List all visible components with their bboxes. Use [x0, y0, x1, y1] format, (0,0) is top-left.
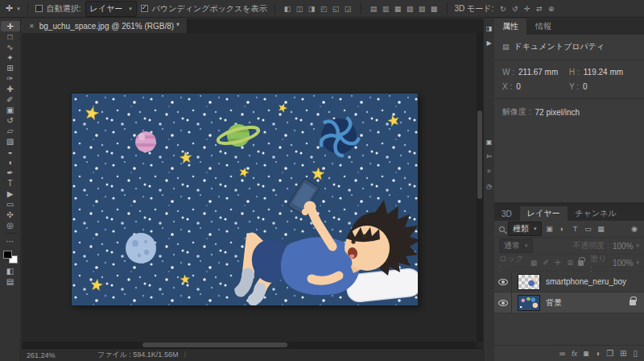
- tool-preset-caret-icon[interactable]: ▾: [17, 6, 20, 12]
- lock-position-icon[interactable]: ✛: [554, 259, 563, 267]
- trash-icon[interactable]: ▯: [633, 349, 638, 358]
- adjustment-layer-icon[interactable]: ◑: [595, 349, 600, 358]
- layer-row-smartphone-neru-boy[interactable]: smartphone_neru_boy: [494, 272, 644, 293]
- lock-artboard-icon[interactable]: ⊞: [566, 259, 575, 267]
- blend-mode-dropdown[interactable]: 通常 ▾: [499, 239, 533, 253]
- tool-shape[interactable]: ▭: [1, 199, 20, 210]
- collapsed-panel-icon-4[interactable]: ✄: [484, 153, 495, 160]
- tab-channels[interactable]: チャンネル: [568, 206, 624, 221]
- color-swatches[interactable]: [3, 251, 18, 263]
- distribute-left-icon[interactable]: ▧: [405, 5, 415, 13]
- 3d-pan-icon[interactable]: ✛: [522, 5, 532, 13]
- layer-style-icon[interactable]: fx: [572, 350, 577, 358]
- link-layers-icon[interactable]: ∞: [559, 349, 565, 358]
- screen-mode-icon[interactable]: ▤: [1, 276, 20, 287]
- filter-shape-icon[interactable]: ▭: [584, 225, 593, 233]
- collapsed-panel-icon-2[interactable]: ▶: [484, 39, 495, 47]
- distribute-top-icon[interactable]: ▤: [369, 5, 379, 13]
- tool-crop[interactable]: ⊞: [1, 63, 20, 73]
- auto-select-checkbox[interactable]: [35, 5, 43, 12]
- layer-name[interactable]: smartphone_neru_boy: [546, 277, 626, 286]
- tool-quick-select[interactable]: ✦: [1, 52, 20, 63]
- horizontal-scrollbar-thumb[interactable]: [142, 342, 287, 347]
- layer-thumbnail[interactable]: [518, 274, 540, 290]
- eye-icon[interactable]: [498, 279, 508, 285]
- close-icon[interactable]: ✕: [29, 23, 35, 30]
- filter-pixel-icon[interactable]: ▣: [545, 225, 555, 233]
- new-group-icon[interactable]: ❐: [606, 349, 613, 358]
- 3d-roll-icon[interactable]: ↺: [510, 5, 520, 13]
- status-chevron-icon[interactable]: 〉: [183, 350, 190, 360]
- canvas-artwork[interactable]: [72, 93, 418, 305]
- tab-info[interactable]: 情報: [527, 19, 559, 35]
- tool-blur[interactable]: ◒: [1, 147, 20, 157]
- lock-pixels-icon[interactable]: ✐: [542, 259, 551, 267]
- horizontal-scrollbar[interactable]: [22, 342, 477, 348]
- tab-3d[interactable]: 3D: [494, 206, 519, 221]
- zoom-level-field[interactable]: 261.24%: [27, 351, 64, 359]
- tool-type[interactable]: T: [1, 178, 20, 189]
- resolution-value[interactable]: 72 pixel/inch: [535, 108, 580, 117]
- tab-layers[interactable]: レイヤー: [520, 206, 568, 221]
- new-layer-icon[interactable]: ⊞: [620, 349, 626, 358]
- filter-type-dropdown[interactable]: 種類 ▾: [508, 222, 542, 236]
- collapsed-panel-icon-1[interactable]: ◨: [484, 25, 495, 32]
- align-center-icon[interactable]: ◫: [295, 5, 305, 13]
- tool-brush[interactable]: ✐: [1, 94, 20, 105]
- tool-dodge[interactable]: ◖: [1, 157, 20, 168]
- fill-value[interactable]: 100%: [613, 259, 634, 268]
- align-left-icon[interactable]: ◧: [283, 5, 293, 13]
- vertical-scrollbar[interactable]: [477, 33, 483, 342]
- y-value[interactable]: 0: [583, 82, 588, 91]
- 3d-rotate-icon[interactable]: ↻: [497, 5, 508, 13]
- 3d-slide-icon[interactable]: ⇄: [534, 5, 544, 13]
- distribute-middle-icon[interactable]: ▥: [381, 5, 391, 13]
- tool-path-select[interactable]: ▶: [1, 189, 20, 199]
- tool-eyedropper[interactable]: ✑: [1, 73, 20, 84]
- distribute-center-icon[interactable]: ▨: [417, 5, 427, 13]
- distribute-right-icon[interactable]: ▩: [429, 5, 440, 13]
- tool-move[interactable]: ✛: [1, 21, 20, 31]
- tool-clone-stamp[interactable]: ▣: [1, 105, 20, 115]
- collapsed-panel-icon-6[interactable]: ◷: [484, 183, 495, 190]
- tool-hand[interactable]: ✣: [1, 210, 20, 220]
- layer-thumbnail[interactable]: [518, 295, 540, 311]
- width-value[interactable]: 211.67 mm: [518, 68, 558, 77]
- filter-adjustment-icon[interactable]: ◐: [558, 225, 568, 233]
- tool-lasso[interactable]: ∿: [1, 42, 20, 52]
- filter-switch-icon[interactable]: ◉: [630, 225, 639, 233]
- align-right-icon[interactable]: ◨: [307, 5, 317, 13]
- auto-select-target-dropdown[interactable]: レイヤー ▾: [85, 1, 137, 17]
- eye-icon[interactable]: [498, 300, 508, 306]
- add-mask-icon[interactable]: ◙: [584, 349, 588, 358]
- tool-healing-brush[interactable]: ✚: [1, 84, 20, 94]
- quick-mask-icon[interactable]: ◧: [1, 266, 20, 276]
- vertical-scrollbar-thumb[interactable]: [477, 110, 482, 199]
- align-top-icon[interactable]: ◰: [319, 5, 329, 13]
- tool-eraser[interactable]: ▱: [1, 126, 20, 136]
- canvas-pasteboard[interactable]: [22, 33, 483, 348]
- edit-toolbar-icon[interactable]: ⋯: [1, 236, 20, 247]
- filter-type-layer-icon[interactable]: T: [571, 225, 580, 233]
- lock-transparency-icon[interactable]: ▦: [529, 259, 538, 267]
- visibility-cell[interactable]: [494, 272, 512, 292]
- tab-properties[interactable]: 属性: [494, 19, 526, 35]
- x-value[interactable]: 0: [516, 82, 521, 91]
- document-tab[interactable]: ✕ bg_uchu_space.jpg @ 261% (RGB/8) *: [22, 19, 188, 33]
- align-middle-icon[interactable]: ◱: [331, 5, 341, 13]
- collapsed-panel-icon-3[interactable]: ▣: [484, 139, 495, 146]
- lock-all-icon[interactable]: [578, 260, 584, 266]
- filter-smart-object-icon[interactable]: ▦: [597, 225, 606, 233]
- tool-history-brush[interactable]: ↺: [1, 115, 20, 126]
- visibility-cell[interactable]: [494, 293, 512, 313]
- height-value[interactable]: 119.24 mm: [584, 68, 623, 77]
- tool-zoom[interactable]: ◎: [1, 220, 20, 230]
- layer-row-background[interactable]: 背景: [494, 293, 644, 313]
- current-tool-icon[interactable]: ✛: [6, 3, 13, 14]
- show-bounding-box-checkbox[interactable]: [141, 5, 148, 12]
- tool-pen[interactable]: ✒: [1, 168, 20, 178]
- tool-gradient[interactable]: ▨: [1, 136, 20, 147]
- layer-name[interactable]: 背景: [546, 297, 562, 309]
- collapsed-panel-icon-5[interactable]: ⌗: [484, 168, 495, 176]
- opacity-value[interactable]: 100%: [613, 242, 634, 251]
